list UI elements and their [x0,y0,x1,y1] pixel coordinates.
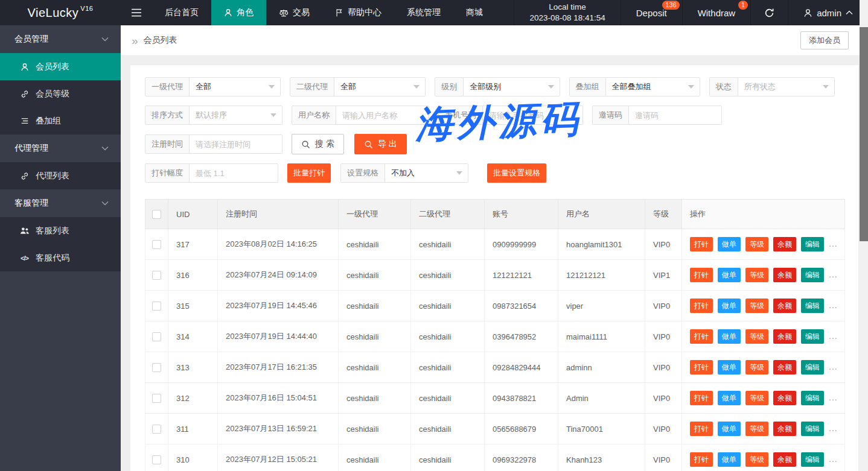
action-button-编辑[interactable]: 编辑 [801,299,824,313]
filter-overlay-group-value[interactable]: 全部叠加组 [606,78,700,96]
nav-item-5[interactable]: 系统管理 [394,0,453,25]
sidebar-item-1-3[interactable]: 叠加组 [0,107,121,134]
row-checkbox[interactable] [152,425,161,434]
nav-item-6[interactable]: 商城 [453,0,496,25]
sidebar-item-1-1[interactable]: 会员列表 [0,53,121,80]
spec-select-value[interactable]: 不加入 [385,164,468,182]
action-button-打针[interactable]: 打针 [690,268,713,282]
action-button-打针[interactable]: 打针 [690,329,713,344]
row-checkbox[interactable] [152,302,161,311]
action-button-做单[interactable]: 做单 [718,422,741,436]
action-button-编辑[interactable]: 编辑 [801,452,824,467]
action-button-余额[interactable]: 余额 [773,329,796,344]
action-button-做单[interactable]: 做单 [718,360,741,375]
filter-level-value[interactable]: 全部级别 [464,78,559,96]
action-button-余额[interactable]: 余额 [773,360,796,375]
action-button-编辑[interactable]: 编辑 [801,329,824,344]
cell-agent2: ceshidaili [411,291,485,321]
more-actions-button[interactable]: ... [829,454,838,464]
cell-level: VIP0 [645,229,682,260]
select-all-checkbox[interactable] [152,210,161,219]
action-button-打针[interactable]: 打针 [690,422,713,436]
filter-agent-level2-value[interactable]: 全部 [334,78,425,96]
action-button-等级[interactable]: 等级 [745,329,768,344]
action-button-编辑[interactable]: 编辑 [801,237,824,251]
cell-account: 0943878821 [485,383,558,414]
more-actions-button[interactable]: ... [829,239,838,248]
action-button-编辑[interactable]: 编辑 [801,360,824,375]
filter-invite-code-input[interactable] [629,106,721,124]
add-member-button[interactable]: 添加会员 [800,31,849,49]
nav-item-3[interactable]: 交易 [266,0,322,25]
filter-status-value[interactable]: 所有状态 [738,78,834,96]
nav-item-4[interactable]: 帮助中心 [322,0,394,25]
sidebar-item-2-1[interactable]: 代理列表 [0,162,121,189]
inject-range-input[interactable] [190,164,278,182]
action-button-等级[interactable]: 等级 [745,422,768,436]
action-button-等级[interactable]: 等级 [745,391,768,405]
action-button-打针[interactable]: 打针 [690,237,713,251]
row-checkbox[interactable] [152,271,161,280]
register-time-input[interactable] [190,135,282,153]
more-actions-button[interactable]: ... [829,270,838,279]
refresh-icon[interactable] [750,0,788,25]
more-actions-button[interactable]: ... [829,393,838,402]
sidebar-item-label: 叠加组 [36,116,61,127]
sidebar-group-2[interactable]: 代理管理 [0,134,121,162]
action-button-等级[interactable]: 等级 [745,237,768,251]
row-checkbox[interactable] [152,332,161,341]
row-checkbox[interactable] [152,363,161,372]
export-button[interactable]: 导 出 [354,134,407,154]
action-button-做单[interactable]: 做单 [718,237,741,251]
action-button-做单[interactable]: 做单 [718,268,741,282]
sidebar-group-3[interactable]: 客服管理 [0,189,121,217]
scrollbar-thumb[interactable] [860,27,868,241]
filter-phone-input[interactable] [483,106,582,124]
action-button-余额[interactable]: 余额 [773,237,796,251]
action-button-打针[interactable]: 打针 [690,391,713,405]
action-button-做单[interactable]: 做单 [718,329,741,344]
action-button-打针[interactable]: 打针 [690,452,713,467]
action-button-编辑[interactable]: 编辑 [801,268,824,282]
nav-item-1[interactable]: 后台首页 [152,0,211,25]
batch-inject-button[interactable]: 批量打针 [287,163,331,183]
action-button-余额[interactable]: 余额 [773,422,796,436]
action-button-余额[interactable]: 余额 [773,268,796,282]
user-menu[interactable]: admin [788,0,868,25]
action-button-等级[interactable]: 等级 [745,299,768,313]
row-checkbox[interactable] [152,240,161,249]
action-button-做单[interactable]: 做单 [718,391,741,405]
action-button-等级[interactable]: 等级 [745,360,768,375]
more-actions-button[interactable]: ... [829,331,838,341]
action-button-编辑[interactable]: 编辑 [801,422,824,436]
withdraw-button[interactable]: Withdraw 1 [682,0,751,25]
more-actions-button[interactable]: ... [829,423,838,433]
sidebar-item-1-2[interactable]: 会员等级 [0,80,121,107]
filter-agent-level1-value[interactable]: 全部 [190,78,280,96]
row-checkbox[interactable] [152,455,161,464]
row-checkbox[interactable] [152,394,161,403]
more-actions-button[interactable]: ... [829,362,838,371]
action-button-余额[interactable]: 余额 [773,299,796,313]
action-button-打针[interactable]: 打针 [690,299,713,313]
action-button-等级[interactable]: 等级 [745,452,768,467]
action-button-做单[interactable]: 做单 [718,452,741,467]
menu-icon[interactable] [121,0,152,25]
action-button-打针[interactable]: 打针 [690,360,713,375]
search-button[interactable]: 搜 索 [292,134,344,154]
scrollbar-track[interactable] [860,0,868,471]
action-button-余额[interactable]: 余额 [773,391,796,405]
sidebar-item-3-1[interactable]: 客服列表 [0,217,121,244]
filter-username-input[interactable] [336,106,429,124]
action-button-做单[interactable]: 做单 [718,299,741,313]
nav-item-2[interactable]: 角色 [211,0,266,25]
action-button-等级[interactable]: 等级 [745,268,768,282]
action-button-编辑[interactable]: 编辑 [801,391,824,405]
more-actions-button[interactable]: ... [829,300,838,310]
batch-spec-button[interactable]: 批量设置规格 [487,163,546,183]
action-button-余额[interactable]: 余额 [773,452,796,467]
sidebar-group-1[interactable]: 会员管理 [0,25,121,53]
sidebar-item-3-2[interactable]: </>客服代码 [0,244,121,271]
filter-sort-order-value[interactable]: 默认排序 [190,106,282,124]
deposit-button[interactable]: Deposit 136 [621,0,682,25]
